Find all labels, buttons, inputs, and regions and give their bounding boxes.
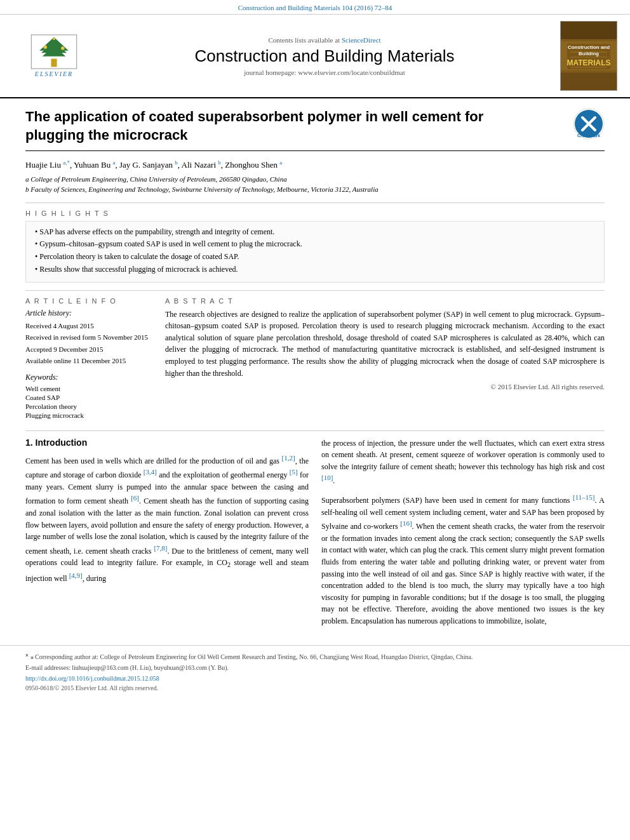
ref-5[interactable]: [5] [290,468,298,476]
affiliation-b: b Faculty of Sciences, Engineering and T… [25,184,605,195]
intro-col-left: 1. Introduction Cement has been used in … [25,437,309,632]
article-body: A R T I C L E I N F O Article history: R… [25,297,605,420]
svg-rect-0 [51,59,57,67]
authors-section: Huajie Liu a,*, Yuhuan Bu a, Jay G. Sanj… [25,159,605,170]
cover-title: Construction and Building [564,44,613,58]
elsevier-text: ELSEVIER [35,70,73,77]
keyword-3: Percolation theory [25,403,152,410]
divider-2 [25,290,605,291]
keyword-2: Coated SAP [25,394,152,401]
sciencedirect-link[interactable]: ScienceDirect [342,36,381,44]
highlights-section: H I G H L I G H T S SAP has adverse effe… [25,210,605,283]
highlights-box: SAP has adverse effects on the pumpabili… [25,221,605,283]
elsevier-tree-icon [29,34,79,69]
intro-text-col1: Cement has been used in wells which are … [25,453,309,585]
journal-homepage: journal homepage: www.elsevier.com/locat… [95,69,554,76]
article-title: The application of coated superabsorbent… [25,108,546,144]
citation-bar: Construction and Building Materials 104 … [0,0,630,15]
footer-doi-line: http://dx.doi.org/10.1016/j.conbuildmat.… [25,675,605,682]
ref-10[interactable]: [10] [321,474,333,481]
svg-rect-10 [561,72,617,90]
elsevier-logo: ELSEVIER [13,34,95,77]
journal-header-center: Contents lists available at ScienceDirec… [95,36,554,76]
journal-cover: Construction and Building MATERIALS [560,21,617,91]
ref-3-4[interactable]: [3,4] [144,468,157,476]
citation-text: Construction and Building Materials 104 … [238,4,392,11]
keyword-4: Plugging microcrack [25,411,152,419]
journal-title: Construction and Building Materials [95,46,554,66]
highlight-4: Results show that successful plugging of… [35,264,595,275]
cover-materials: MATERIALS [564,58,613,67]
footnote-text: ⁎ Corresponding author at: College of Pe… [30,653,473,660]
crossmark-badge[interactable]: CrossMark [573,108,605,140]
crossmark-icon: CrossMark [573,108,605,140]
svg-point-4 [44,45,48,49]
accepted: Accepted 9 December 2015 [25,344,152,355]
article-info-label: A R T I C L E I N F O [25,297,152,305]
author-yuhuan: Yuhuan Bu a, [74,160,119,170]
divider-1 [25,203,605,203]
received-revised: Received in revised form 5 November 2015 [25,332,152,343]
intro-text-col2: the process of injection, the pressure u… [321,437,605,627]
affiliations: a College of Petroleum Engineering, Chin… [25,174,605,195]
journal-header: ELSEVIER Contents lists available at Sci… [0,15,630,98]
footnote-corresponding: ⁎ ⁎ Corresponding author at: College of … [25,651,605,662]
author-sanjayan: Jay G. Sanjayan b, [119,160,182,170]
contents-line: Contents lists available at ScienceDirec… [95,36,554,44]
highlights-label: H I G H L I G H T S [25,210,605,217]
author-huajie: Huajie Liu a,*, [25,160,74,170]
keyword-1: Well cement [25,385,152,392]
svg-point-5 [61,46,65,50]
ref-6[interactable]: [6] [131,494,139,502]
svg-point-6 [53,38,55,41]
journal-cover-area: Construction and Building MATERIALS [554,21,617,91]
introduction-section: 1. Introduction Cement has been used in … [25,430,605,632]
highlight-2: Gypsum–chitosan–gypsum coated SAP is use… [35,239,595,250]
svg-text:CrossMark: CrossMark [577,133,600,138]
page-footer: ⁎ ⁎ Corresponding author at: College of … [0,645,630,695]
copyright-line: © 2015 Elsevier Ltd. All rights reserved… [165,383,605,390]
affiliation-a: a College of Petroleum Engineering, Chin… [25,174,605,185]
intro-para-2: the process of injection, the pressure u… [321,437,605,487]
article-info-column: A R T I C L E I N F O Article history: R… [25,297,152,420]
highlight-3: Percolation theory is taken to calculate… [35,251,595,262]
intro-col-right: the process of injection, the pressure u… [321,437,605,632]
history-title: Article history: [25,309,152,318]
svg-rect-9 [561,22,617,39]
footnote-star: ⁎ [25,651,29,658]
highlight-1: SAP has adverse effects on the pumpabili… [35,227,595,237]
ref-7-8[interactable]: [7,8] [154,544,167,552]
main-content: The application of coated superabsorbent… [0,98,630,645]
footnote-email: E-mail addresses: liuhuajieup@163.com (H… [25,663,605,672]
keywords-title: Keywords: [25,373,152,382]
received: Received 4 August 2015 [25,321,152,331]
elsevier-logo-area: ELSEVIER [13,34,95,77]
ref-11-15[interactable]: [11–15] [573,493,594,501]
footer-issn: 0950-0618/© 2015 Elsevier Ltd. All right… [25,684,605,691]
intro-heading: 1. Introduction [25,437,309,448]
doi-link[interactable]: http://dx.doi.org/10.1016/j.conbuildmat.… [25,675,159,682]
author-shen: Zhonghou Shen a [225,160,282,170]
author-nazari: Ali Nazari b, [182,160,225,170]
abstract-column: A B S T R A C T The research objectives … [165,297,605,420]
article-title-section: The application of coated superabsorbent… [25,108,605,151]
intro-para-3: Superabsorbent polymers (SAP) have been … [321,492,605,627]
abstract-label: A B S T R A C T [165,297,605,305]
available-online: Available online 11 December 2015 [25,356,152,366]
ref-1-2[interactable]: [1,2] [282,454,295,462]
ref-16[interactable]: [16] [400,519,412,527]
intro-para-1: Cement has been used in wells which are … [25,453,309,585]
abstract-text: The research objectives are designed to … [165,309,605,380]
ref-4-9[interactable]: [4,9] [69,571,83,579]
